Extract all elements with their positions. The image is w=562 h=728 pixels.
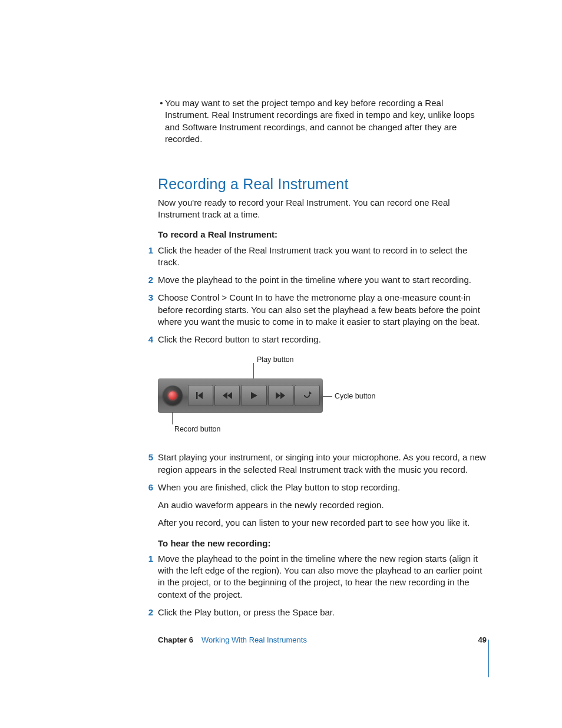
step-text: Start playing your instrument, or singin…: [158, 452, 486, 474]
rewind-button[interactable]: [214, 385, 240, 406]
record-steps: 1 Click the header of the Real Instrumen…: [158, 245, 487, 529]
callout-play: Play button: [257, 355, 294, 365]
record-button[interactable]: [163, 386, 183, 406]
cycle-icon: [302, 391, 312, 400]
svg-marker-7: [309, 391, 312, 395]
svg-marker-4: [251, 392, 257, 399]
step-number: 3: [143, 292, 158, 328]
heading-intro: Now you're ready to record your Real Ins…: [158, 197, 487, 221]
svg-marker-6: [280, 392, 285, 399]
svg-marker-3: [227, 392, 232, 399]
intro-bullet: • You may want to set the project tempo …: [158, 97, 487, 145]
step-text: Click the Record button to start recordi…: [158, 334, 321, 344]
step-text: After you record, you can listen to your…: [158, 517, 487, 529]
section-heading: Recording a Real Instrument: [158, 174, 487, 195]
step-number: 2: [143, 274, 158, 286]
svg-rect-0: [196, 392, 198, 399]
skip-back-icon: [196, 391, 206, 400]
rewind-to-start-button[interactable]: [188, 385, 213, 406]
rewind-icon: [222, 391, 233, 400]
transport-figure: Play button Cycle button Record button: [158, 355, 405, 435]
step-text: When you are finished, click the Play bu…: [158, 482, 487, 493]
callout-record-label: Record button: [174, 425, 221, 433]
document-page: • You may want to set the project tempo …: [0, 0, 562, 728]
step-text: Move the playhead to the point in the ti…: [158, 275, 471, 285]
svg-marker-2: [223, 392, 227, 399]
subhead-hear: To hear the new recording:: [158, 538, 487, 549]
callout-cycle-label: Cycle button: [335, 392, 375, 400]
step-number: 2: [143, 607, 158, 618]
subhead-record: To record a Real Instrument:: [158, 229, 487, 241]
hear-steps: 1 Move the playhead to the point in the …: [158, 553, 487, 618]
callout-play-label: Play button: [257, 355, 294, 364]
footer-title: Working With Real Instruments: [201, 635, 307, 645]
callout-cycle: Cycle button: [335, 391, 375, 401]
record-icon: [168, 391, 177, 400]
play-icon: [249, 391, 259, 400]
step-number: 1: [143, 553, 158, 601]
step-number: 4: [143, 334, 158, 446]
page-footer: Chapter 6 Working With Real Instruments …: [158, 635, 487, 645]
step-text: Choose Control > Count In to have the me…: [158, 292, 480, 327]
footer-chapter: Chapter 6: [158, 635, 193, 645]
transport-bar: [158, 378, 323, 413]
cycle-button[interactable]: [295, 385, 320, 406]
step-text: Move the playhead to the point in the ti…: [158, 554, 482, 599]
callout-record: Record button: [174, 424, 221, 434]
step-number: 5: [143, 452, 158, 476]
forward-button[interactable]: [268, 385, 293, 406]
forward-icon: [275, 391, 286, 400]
step-text: Click the header of the Real Instrument …: [158, 245, 467, 267]
intro-bullet-text: You may want to set the project tempo an…: [165, 97, 487, 145]
footer-page-number: 49: [478, 635, 487, 645]
bullet-icon: •: [158, 97, 165, 145]
footer-rule: [488, 640, 489, 677]
svg-marker-5: [276, 392, 280, 399]
step-text: An audio waveform appears in the newly r…: [158, 499, 487, 511]
svg-marker-1: [198, 392, 203, 399]
step-number: 1: [143, 245, 158, 269]
play-button[interactable]: [241, 385, 266, 406]
step-text: Click the Play button, or press the Spac…: [158, 607, 335, 617]
step-number: 6: [143, 482, 158, 529]
